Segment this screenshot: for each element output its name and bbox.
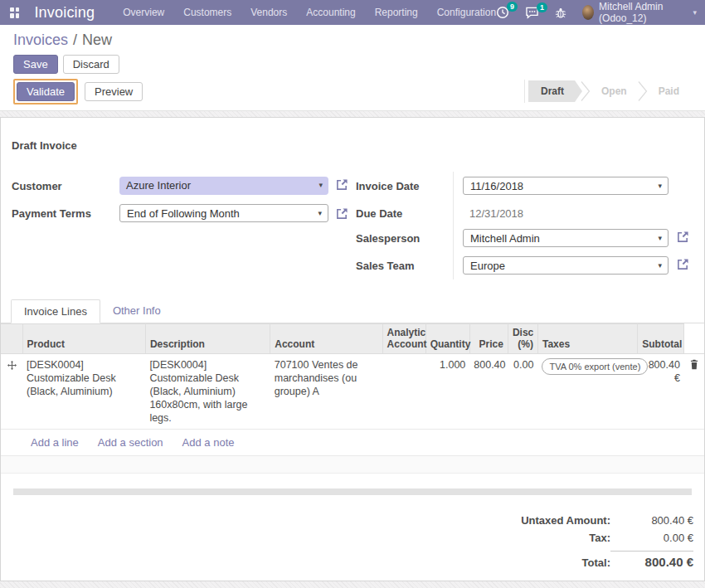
totals-summary: Untaxed Amount: 800.40 € Tax: 0.00 € Tot…: [1, 512, 704, 571]
analytic-account-column-header: Analytic Account: [382, 324, 425, 354]
app-title[interactable]: Invoicing: [34, 4, 95, 22]
salesperson-label: Salesperson: [356, 232, 420, 245]
messages-chat-icon[interactable]: 1: [525, 7, 539, 19]
column-divider: [453, 172, 454, 279]
debug-bug-icon[interactable]: [555, 7, 566, 19]
total-row: Total: 800.40 €: [1, 547, 704, 571]
due-date-value[interactable]: 12/31/2018: [469, 207, 523, 220]
payment-terms-external-link-icon[interactable]: [336, 207, 349, 221]
product-column-header: Product: [22, 324, 145, 354]
breadcrumb-current: New: [82, 32, 112, 48]
cell-analytic-account[interactable]: [382, 354, 425, 430]
account-column-header: Account: [270, 324, 382, 354]
add-a-section-link[interactable]: Add a section: [98, 436, 163, 449]
save-button[interactable]: Save: [13, 55, 58, 74]
salesperson-external-link-icon[interactable]: [677, 231, 690, 244]
salesperson-field[interactable]: Mitchell Admin ▾: [463, 229, 669, 247]
content-background: Draft Invoice Customer Azure Interior ▾ …: [0, 111, 705, 588]
nav-item-reporting[interactable]: Reporting: [375, 7, 418, 18]
cell-price[interactable]: 800.40: [469, 354, 508, 430]
user-name: Mitchell Admin (Odoo_12): [599, 1, 688, 24]
onboarding-highlight: Validate: [13, 79, 78, 104]
quantity-column-header: Quantity: [425, 324, 469, 354]
delete-line-trash-icon[interactable]: [684, 354, 704, 430]
customer-field[interactable]: Azure Interior ▾: [119, 177, 328, 195]
subtotal-column-header: Subtotal: [638, 324, 684, 354]
customer-label: Customer: [12, 180, 62, 192]
status-bar: Draft Open Paid: [524, 80, 692, 103]
nav-menu: Overview Customers Vendors Accounting Re…: [123, 7, 496, 18]
cell-taxes: TVA 0% export (vente): [537, 354, 637, 430]
invoicing-app: Invoicing Overview Customers Vendors Acc…: [0, 0, 705, 588]
record-actions: Save Discard: [13, 55, 692, 74]
cell-account[interactable]: 707100 Ventes de marchandises (ou groupe…: [270, 354, 382, 430]
nav-item-overview[interactable]: Overview: [123, 7, 164, 18]
tax-label: Tax:: [589, 532, 610, 544]
nav-systray: 9 1 Mitchell Admin (Odoo_12) ▾: [496, 1, 697, 24]
customer-external-link-icon[interactable]: [336, 178, 349, 192]
user-menu[interactable]: Mitchell Admin (Odoo_12) ▾: [582, 1, 697, 24]
untaxed-amount-row: Untaxed Amount: 800.40 €: [1, 512, 704, 529]
payment-terms-label: Payment Terms: [12, 207, 91, 220]
chevron-down-icon: ▾: [658, 261, 662, 270]
total-label: Total:: [582, 556, 610, 569]
breadcrumb: Invoices/New: [13, 32, 692, 48]
activities-badge: 9: [507, 2, 518, 12]
invoice-date-label: Invoice Date: [356, 180, 420, 192]
nav-item-configuration[interactable]: Configuration: [437, 7, 496, 18]
nav-item-customers[interactable]: Customers: [183, 7, 231, 18]
invoice-lines-table: Product Description Account Analytic Acc…: [1, 323, 704, 430]
sales-team-field[interactable]: Europe ▾: [463, 256, 669, 275]
messages-badge: 1: [537, 2, 547, 12]
sales-team-label: Sales Team: [356, 260, 415, 272]
chevron-down-icon: ▾: [658, 182, 662, 190]
invoice-line-row: [DESK0004] Customizable Desk (Black, Alu…: [1, 354, 704, 430]
tab-other-info[interactable]: Other Info: [100, 299, 173, 323]
breadcrumb-invoices-link[interactable]: Invoices: [13, 32, 68, 48]
tax-tag[interactable]: TVA 0% export (vente): [542, 358, 648, 375]
breadcrumb-separator: /: [73, 32, 77, 48]
chevron-down-icon: ▾: [318, 181, 323, 189]
invoice-form-sheet: Draft Invoice Customer Azure Interior ▾ …: [0, 117, 705, 581]
chevron-down-icon: ▾: [658, 234, 662, 242]
chevron-down-icon: ▾: [318, 209, 322, 217]
line-add-links: Add a lineAdd a sectionAdd a note: [1, 430, 704, 456]
nav-item-vendors[interactable]: Vendors: [250, 7, 287, 18]
cell-description[interactable]: [DESK0004] Customizable Desk (Black, Alu…: [145, 354, 270, 430]
add-a-line-link[interactable]: Add a line: [31, 436, 79, 449]
top-nav-bar: Invoicing Overview Customers Vendors Acc…: [0, 0, 705, 25]
tab-invoice-lines[interactable]: Invoice Lines: [11, 299, 100, 323]
invoice-date-field[interactable]: 11/16/2018 ▾: [463, 177, 669, 195]
status-step-open[interactable]: Open: [589, 80, 639, 102]
taxes-column-header: Taxes: [537, 324, 637, 354]
horizontal-scrollbar[interactable]: [13, 488, 692, 495]
discard-button[interactable]: Discard: [63, 55, 119, 74]
status-step-draft[interactable]: Draft: [528, 80, 582, 102]
cell-discount[interactable]: 0.00: [508, 354, 537, 430]
cell-product[interactable]: [DESK0004] Customizable Desk (Black, Alu…: [22, 354, 145, 430]
add-a-note-link[interactable]: Add a note: [182, 436, 235, 449]
drag-handle-icon[interactable]: [1, 354, 22, 430]
discount-column-header: Disc (%): [508, 324, 537, 354]
apps-menu-icon[interactable]: [10, 7, 19, 18]
invoice-header-fields: Customer Azure Interior ▾ Payment Terms …: [1, 167, 704, 291]
document-state-title: Draft Invoice: [12, 139, 704, 152]
actions-column-header: [684, 324, 704, 354]
cell-quantity[interactable]: 1.000: [425, 354, 469, 430]
description-column-header: Description: [145, 324, 270, 354]
untaxed-amount-label: Untaxed Amount:: [521, 514, 610, 527]
nav-item-accounting[interactable]: Accounting: [306, 7, 355, 18]
payment-terms-field[interactable]: End of Following Month ▾: [119, 204, 328, 222]
preview-button[interactable]: Preview: [85, 82, 143, 101]
due-date-label: Due Date: [356, 207, 402, 220]
notebook-tabs: Invoice Lines Other Info: [1, 299, 704, 323]
validate-button[interactable]: Validate: [17, 82, 75, 101]
tax-row: Tax: 0.00 €: [1, 529, 704, 547]
sales-team-external-link-icon[interactable]: [677, 258, 690, 271]
untaxed-amount-value: 800.40 €: [610, 514, 693, 527]
user-avatar: [582, 5, 594, 20]
control-panel: Invoices/New Save Discard Validate Previ…: [0, 25, 705, 111]
activities-clock-icon[interactable]: 9: [496, 6, 509, 19]
price-column-header: Price: [469, 324, 508, 354]
status-step-paid[interactable]: Paid: [646, 80, 692, 102]
